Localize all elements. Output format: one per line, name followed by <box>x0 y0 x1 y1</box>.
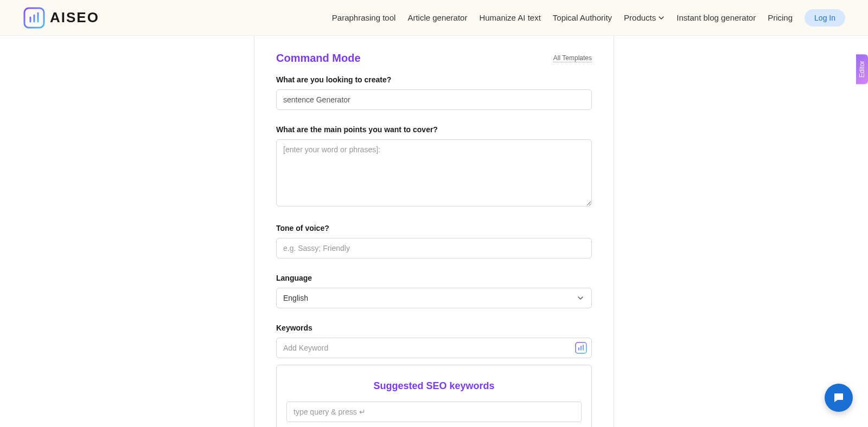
main-area: Command Mode All Templates What are you … <box>0 36 868 427</box>
chat-bubble-button[interactable] <box>825 384 853 412</box>
seo-suggestions-box: Suggested SEO keywords <box>276 365 592 427</box>
keywords-input[interactable] <box>276 338 592 358</box>
chevron-down-icon <box>658 15 665 21</box>
keyword-suggest-icon[interactable] <box>575 341 588 354</box>
nav-topical-authority[interactable]: Topical Authority <box>553 13 612 22</box>
brand-text: AISEO <box>50 9 99 26</box>
chat-icon <box>832 391 845 404</box>
keywords-label: Keywords <box>276 324 592 332</box>
nav-instant-blog[interactable]: Instant blog generator <box>676 13 756 22</box>
nav-humanize[interactable]: Humanize AI text <box>479 13 540 22</box>
field-language: Language English <box>276 274 592 308</box>
main-points-label: What are the main points you want to cov… <box>276 125 592 134</box>
brand-logo[interactable]: AISEO <box>23 7 99 29</box>
what-create-input[interactable] <box>276 89 592 110</box>
panel-header: Command Mode All Templates <box>276 52 592 64</box>
field-tone: Tone of voice? <box>276 224 592 258</box>
nav-paraphrasing[interactable]: Paraphrasing tool <box>332 13 396 22</box>
tone-label: Tone of voice? <box>276 224 592 232</box>
command-panel: Command Mode All Templates What are you … <box>254 36 614 427</box>
top-header: AISEO Paraphrasing tool Article generato… <box>0 0 868 36</box>
language-select[interactable]: English <box>276 288 592 308</box>
login-button[interactable]: Log In <box>805 9 845 27</box>
field-keywords: Keywords <box>276 324 592 358</box>
seo-title: Suggested SEO keywords <box>286 380 582 392</box>
field-what-create: What are you looking to create? <box>276 75 592 110</box>
seo-query-input[interactable] <box>286 402 582 422</box>
main-points-textarea[interactable] <box>276 139 592 206</box>
language-label: Language <box>276 274 592 282</box>
top-nav: Paraphrasing tool Article generator Huma… <box>332 9 845 27</box>
nav-article-generator[interactable]: Article generator <box>407 13 467 22</box>
brand-logo-icon <box>23 7 46 29</box>
field-main-points: What are the main points you want to cov… <box>276 125 592 209</box>
command-mode-title: Command Mode <box>276 52 361 64</box>
tone-input[interactable] <box>276 238 592 258</box>
what-create-label: What are you looking to create? <box>276 75 592 84</box>
nav-products[interactable]: Products <box>624 13 665 22</box>
nav-pricing[interactable]: Pricing <box>768 13 793 22</box>
editor-side-tab[interactable]: Editor <box>856 54 868 84</box>
all-templates-link[interactable]: All Templates <box>553 54 592 62</box>
